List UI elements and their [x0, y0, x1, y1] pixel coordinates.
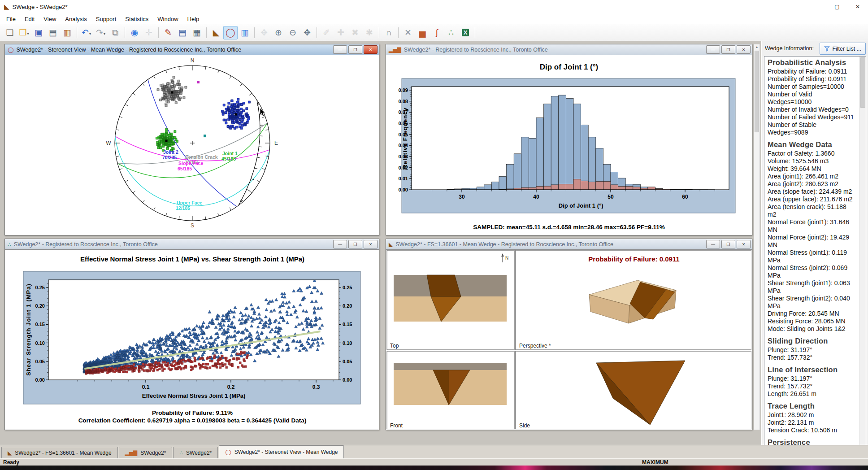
delete-tool-icon[interactable]: ✖: [348, 26, 362, 39]
child-minimize-button[interactable]: —: [706, 240, 720, 248]
zoom-extents-icon[interactable]: ✥: [257, 26, 271, 39]
child-minimize-button[interactable]: —: [333, 240, 347, 248]
filter-list-button[interactable]: Filter List ...: [820, 43, 866, 55]
stereonet-window[interactable]: ◯ SWedge2* - Stereonet View - Mean Wedge…: [4, 44, 379, 235]
cumulative-plot-icon[interactable]: ∫: [430, 26, 444, 39]
scatter-plot[interactable]: Effective Normal Stress Joint 1 (MPa) vs…: [5, 250, 378, 429]
svg-text:Slope Face: Slope Face: [178, 161, 204, 166]
histogram-plot[interactable]: Dip of Joint 1 (°)0.000.010.020.030.040.…: [386, 55, 751, 235]
wedge-window-title: SWedge2* - FS=1.36601 - Mean Wedge - Reg…: [395, 241, 705, 248]
info-line: Shear Strength (joint2): 0.040 MPa: [768, 295, 856, 310]
histogram-plot-icon[interactable]: ▅: [415, 26, 430, 39]
menu-item-view[interactable]: View: [39, 14, 61, 24]
stereonet-window-titlebar[interactable]: ◯ SWedge2* - Stereonet View - Mean Wedge…: [5, 44, 379, 55]
app-titlebar[interactable]: ◣ SWedge - SWedge2* — ▢ ✕: [0, 0, 868, 13]
pan-icon[interactable]: ✥: [300, 26, 314, 39]
svg-text:Shear Strength Joint 1 (MPa): Shear Strength Joint 1 (MPa): [25, 283, 32, 376]
section-title: Probabilistic Analysis: [768, 58, 858, 67]
scatter-window[interactable]: ∴ SWedge2* - Registered to Rocscience In…: [4, 239, 379, 430]
menu-item-edit[interactable]: Edit: [20, 14, 39, 24]
stereonet-view[interactable]: NESWJoint 145/165Joint 270/235Tension Cr…: [5, 55, 378, 235]
minimize-button[interactable]: —: [806, 0, 827, 13]
child-restore-button[interactable]: ❐: [348, 240, 362, 248]
input-data-icon[interactable]: ✎: [161, 26, 175, 39]
sidebar-scrollbar[interactable]: [859, 57, 866, 449]
scrollbar-thumb[interactable]: [755, 51, 759, 132]
menu-item-help[interactable]: Help: [183, 14, 204, 24]
edit-tool-icon[interactable]: ✐: [319, 26, 334, 39]
scrollbar-thumb[interactable]: [860, 57, 865, 108]
menu-item-support[interactable]: Support: [91, 14, 121, 24]
filter-funnel-icon: [824, 46, 830, 52]
scatter-plot-icon[interactable]: ∴: [444, 26, 458, 39]
scroll-up-icon[interactable]: ▲: [754, 44, 760, 49]
svg-text:Relative Frequency: Relative Frequency: [402, 107, 408, 169]
child-restore-button[interactable]: ❐: [721, 240, 735, 248]
menu-item-file[interactable]: File: [2, 14, 20, 24]
stereonet-window-icon: ◯: [8, 47, 13, 53]
child-minimize-button[interactable]: —: [333, 45, 347, 54]
histogram-window-titlebar[interactable]: ▂▅▇ SWedge2* - Registered to Rocscience …: [386, 44, 752, 55]
child-close-button[interactable]: ✕: [364, 240, 378, 248]
stereonet-plot[interactable]: NESWJoint 145/165Joint 270/235Tension Cr…: [5, 55, 378, 235]
tab-scatter[interactable]: ∴SWedge2*: [173, 447, 218, 458]
menu-item-statistics[interactable]: Statistics: [121, 14, 153, 24]
mdi-scrollbar[interactable]: ▲: [754, 44, 760, 430]
info-line: Number of Failed Wedges=911: [768, 113, 856, 121]
copy-view-icon[interactable]: ⧉: [108, 26, 122, 39]
scale-wedge-icon[interactable]: ✛: [142, 26, 156, 39]
child-minimize-button[interactable]: —: [706, 45, 720, 54]
report-generator-icon[interactable]: ▥: [60, 26, 74, 39]
info-line: Area (joint1): 266.461 m2: [768, 173, 856, 180]
open-file-icon[interactable]: ❒▾: [17, 26, 31, 39]
tab-stereonet[interactable]: ◯SWedge2* - Stereonet View - Mean Wedge: [219, 445, 344, 458]
wedge-views[interactable]: N Probability of Failure: 0.0911: [386, 250, 751, 429]
histogram-window[interactable]: ▂▅▇ SWedge2* - Registered to Rocscience …: [386, 44, 752, 235]
axes-toggle-icon[interactable]: ✕: [401, 26, 415, 39]
menu-item-window[interactable]: Window: [153, 14, 182, 24]
zoom-out-icon[interactable]: ⊖: [286, 26, 300, 39]
info-report-icon[interactable]: ▤: [175, 26, 190, 39]
child-close-button[interactable]: ✕: [737, 240, 751, 248]
child-close-button[interactable]: ✕: [737, 45, 751, 54]
info-viewer-icon[interactable]: ▥: [238, 26, 252, 39]
wedge-window-icon: ◣: [389, 241, 393, 248]
svg-text:N: N: [505, 256, 508, 261]
child-restore-button[interactable]: ❐: [348, 45, 362, 54]
scatter-view[interactable]: Effective Normal Stress Joint 1 (MPa) vs…: [5, 250, 378, 429]
maximize-button[interactable]: ▢: [827, 0, 847, 13]
compute-icon[interactable]: ▦: [190, 26, 204, 39]
wedge-view-window[interactable]: ◣ SWedge2* - FS=1.36601 - Mean Wedge - R…: [386, 239, 752, 430]
svg-text:0.10: 0.10: [35, 340, 45, 346]
print-icon[interactable]: ▤: [46, 26, 60, 39]
display-options-icon[interactable]: ◉: [127, 26, 142, 39]
new-document-icon[interactable]: ❏: [3, 26, 17, 39]
section-title: Trace Length: [768, 402, 858, 410]
child-restore-button[interactable]: ❐: [721, 45, 735, 54]
export-excel-icon[interactable]: X: [458, 26, 473, 39]
stereonet-view-icon[interactable]: ◯: [223, 26, 238, 39]
wedge-window-titlebar[interactable]: ◣ SWedge2* - FS=1.36601 - Mean Wedge - R…: [386, 239, 752, 250]
snap-magnet-icon[interactable]: ∩: [382, 26, 396, 39]
svg-text:40: 40: [533, 194, 539, 200]
save-file-icon[interactable]: ▣: [31, 26, 46, 39]
wedge-information-panel[interactable]: Probabilistic AnalysisProbability of Fai…: [764, 56, 866, 450]
scatter-window-titlebar[interactable]: ∴ SWedge2* - Registered to Rocscience In…: [5, 239, 379, 250]
tool-options-icon[interactable]: ✱: [362, 26, 377, 39]
info-line: Resisting Force: 28.065 MN: [768, 318, 856, 325]
wedge-3d-views[interactable]: N Probability of Failure: 0.0911: [386, 250, 751, 429]
menu-item-analysis[interactable]: Analysis: [61, 14, 91, 24]
info-line: Joint2: 22.131 m: [768, 419, 856, 426]
redo-icon[interactable]: ↷▾: [94, 26, 108, 39]
histogram-view[interactable]: Dip of Joint 1 (°)0.000.010.020.030.040.…: [386, 55, 751, 235]
wedge-view-icon[interactable]: ◣: [209, 26, 223, 39]
tab-histogram[interactable]: ▂▅▇SWedge2*: [119, 447, 173, 458]
tab-wedge-view[interactable]: ◣SWedge2* - FS=1.36601 - Mean Wedge: [1, 447, 118, 458]
zoom-in-icon[interactable]: ⊕: [271, 26, 286, 39]
svg-text:0.05: 0.05: [35, 359, 45, 364]
document-tabs-bar: ◣SWedge2* - FS=1.36601 - Mean Wedge▂▅▇SW…: [0, 445, 868, 458]
add-tool-icon[interactable]: ✚: [334, 26, 348, 39]
child-close-button[interactable]: ✕: [364, 45, 378, 54]
undo-icon[interactable]: ↶▾: [79, 26, 94, 39]
close-button[interactable]: ✕: [847, 0, 868, 13]
